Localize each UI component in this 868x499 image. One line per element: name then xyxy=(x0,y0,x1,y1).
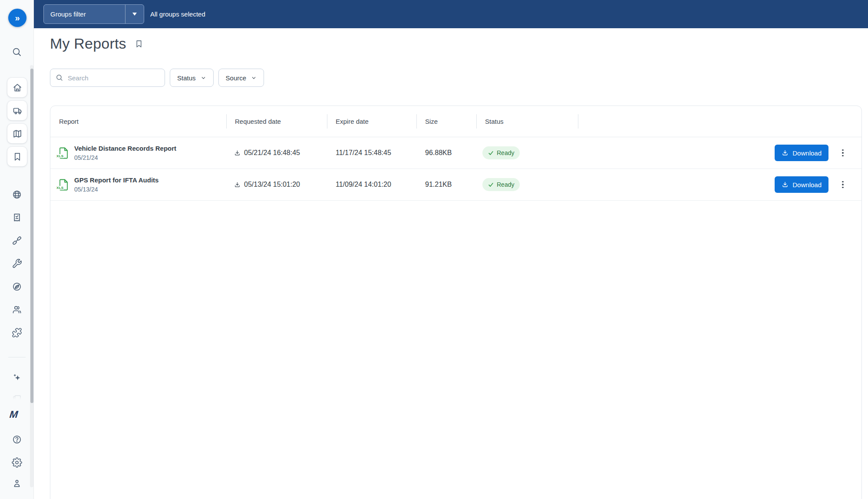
bookmark-page-button[interactable] xyxy=(134,39,144,49)
sidebar-item-ai[interactable] xyxy=(12,373,22,383)
page-title: My Reports xyxy=(50,35,126,52)
search-icon xyxy=(56,74,63,82)
sidebar-search-icon[interactable] xyxy=(12,47,22,57)
map-icon xyxy=(12,129,23,139)
sidebar-item-devices[interactable] xyxy=(12,235,22,246)
sidebar-item-maintenance[interactable] xyxy=(12,258,22,269)
download-icon xyxy=(782,149,789,156)
xls-file-icon: XLS xyxy=(58,147,69,159)
sidebar: » M xyxy=(0,0,34,499)
reports-table-card: Report Requested date Expire date Size S… xyxy=(50,106,862,499)
windows-icon xyxy=(12,393,22,404)
chevron-down-icon xyxy=(201,75,206,81)
download-button[interactable]: Download xyxy=(775,176,828,193)
sidebar-scrollbar-thumb[interactable] xyxy=(30,69,33,403)
leaf-icon xyxy=(12,281,22,292)
receipt-check-icon xyxy=(12,212,22,223)
puzzle-icon xyxy=(12,327,22,338)
source-filter-dropdown[interactable]: Source xyxy=(218,69,264,87)
expire-date-cell: 11/17/24 15:48:45 xyxy=(327,149,416,157)
report-date: 05/21/24 xyxy=(74,154,176,161)
users-icon xyxy=(12,304,22,315)
size-cell: 96.88KB xyxy=(416,149,476,157)
sparkles-icon xyxy=(12,373,22,383)
top-bar: Groups filter All groups selected xyxy=(34,0,868,28)
report-cell: XLS GPS Report for IFTA Audits 05/13/24 xyxy=(50,176,226,193)
column-header-expire-date: Expire date xyxy=(327,106,416,137)
row-menu-button[interactable] xyxy=(839,145,847,161)
xls-file-icon: XLS xyxy=(58,178,69,191)
motive-logo[interactable]: M xyxy=(9,409,25,420)
table-row[interactable]: XLS GPS Report for IFTA Audits 05/13/24 … xyxy=(50,169,861,201)
bookmark-icon xyxy=(12,152,23,162)
requested-date-cell: 05/13/24 15:01:20 xyxy=(226,181,327,188)
bookmark-outline-icon xyxy=(134,39,144,49)
expire-date-cell: 11/09/24 14:01:20 xyxy=(327,181,416,188)
sidebar-item-settings[interactable] xyxy=(12,457,22,468)
requested-date-cell: 05/21/24 16:48:45 xyxy=(226,149,327,157)
column-header-actions xyxy=(578,106,861,137)
main-content: My Reports Status Source Report Requeste… xyxy=(34,28,868,499)
sidebar-expand-button[interactable]: » xyxy=(8,9,26,27)
sidebar-item-users[interactable] xyxy=(12,304,22,315)
file-type-label: XLS xyxy=(56,186,64,190)
gear-icon xyxy=(12,457,22,468)
column-header-requested-date: Requested date xyxy=(226,106,327,137)
row-menu-button[interactable] xyxy=(839,176,847,193)
sidebar-divider xyxy=(8,357,26,357)
search-input[interactable] xyxy=(68,74,159,82)
check-icon xyxy=(488,182,494,188)
check-icon xyxy=(488,150,494,156)
download-icon xyxy=(782,181,789,188)
actions-cell: Download xyxy=(578,145,861,161)
report-cell: XLS Vehicle Distance Records Report 05/2… xyxy=(50,145,226,161)
groups-filter-arrow-button[interactable] xyxy=(125,5,144,23)
title-row: My Reports xyxy=(50,35,144,52)
all-groups-selected-text: All groups selected xyxy=(150,0,205,28)
wrench-icon xyxy=(12,258,22,269)
sidebar-item-integrations[interactable] xyxy=(12,327,22,338)
filter-bar: Status Source xyxy=(50,69,264,87)
status-filter-label: Status xyxy=(177,74,196,82)
sidebar-item-apps[interactable] xyxy=(12,393,22,404)
sidebar-item-map[interactable] xyxy=(7,124,27,143)
file-type-label: XLS xyxy=(56,154,64,158)
sidebar-item-profile[interactable] xyxy=(12,478,22,489)
sidebar-item-fuel[interactable] xyxy=(12,281,22,292)
status-filter-dropdown[interactable]: Status xyxy=(170,69,214,87)
double-chevron-right-icon: » xyxy=(15,13,20,23)
groups-filter-label: Groups filter xyxy=(44,5,125,23)
cable-icon xyxy=(12,235,22,246)
report-date: 05/13/24 xyxy=(74,186,158,193)
status-cell: Ready xyxy=(476,178,578,191)
download-button[interactable]: Download xyxy=(775,145,828,161)
table-row[interactable]: XLS Vehicle Distance Records Report 05/2… xyxy=(50,137,861,169)
sidebar-item-reports[interactable] xyxy=(7,147,27,166)
table-header-row: Report Requested date Expire date Size S… xyxy=(50,106,861,137)
actions-cell: Download xyxy=(578,176,861,193)
sidebar-item-fleet[interactable] xyxy=(7,101,27,120)
sidebar-item-globe[interactable] xyxy=(12,189,22,200)
column-header-status: Status xyxy=(476,106,578,137)
person-icon xyxy=(12,478,22,489)
status-badge: Ready xyxy=(482,178,520,191)
download-tray-icon xyxy=(234,150,241,156)
sidebar-item-help[interactable] xyxy=(12,434,22,445)
status-cell: Ready xyxy=(476,146,578,159)
globe-icon xyxy=(12,189,22,200)
sidebar-item-compliance[interactable] xyxy=(12,212,22,223)
caret-down-icon xyxy=(132,13,137,16)
truck-icon xyxy=(12,106,23,116)
groups-filter-dropdown[interactable]: Groups filter xyxy=(43,4,144,24)
status-badge: Ready xyxy=(482,146,520,159)
search-box[interactable] xyxy=(50,69,165,87)
size-cell: 91.21KB xyxy=(416,181,476,188)
app-root: Groups filter All groups selected » M xyxy=(0,0,868,499)
column-header-size: Size xyxy=(416,106,476,137)
help-circle-icon xyxy=(12,434,22,445)
home-icon xyxy=(12,83,23,93)
download-tray-icon xyxy=(234,182,241,188)
source-filter-label: Source xyxy=(226,74,247,82)
sidebar-item-home[interactable] xyxy=(7,78,27,97)
chevron-down-icon xyxy=(251,75,257,81)
